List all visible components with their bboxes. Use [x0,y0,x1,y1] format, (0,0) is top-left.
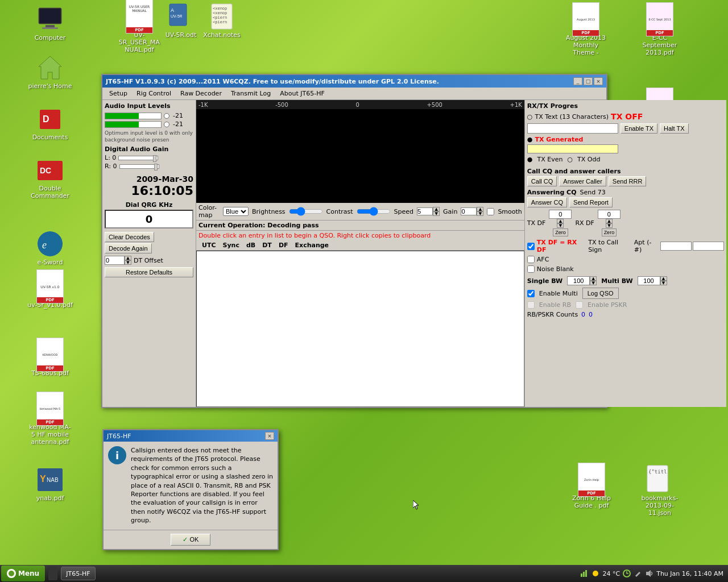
gain-down[interactable]: ▼ [477,211,483,216]
uv5r-manual-icon[interactable]: UV-5R USER MANUAL PDF UV-5R_USER_MANUAL.… [117,3,162,53]
ynab-icon[interactable]: Y NAB ynab.pdf [27,466,73,502]
decode-row: ▲ ▼ DT Offset [105,256,193,265]
taskbar-start-button[interactable]: Menu [1,566,45,581]
tx-df-up[interactable]: ▲ [557,219,564,223]
dialog-ok-button[interactable]: ✓ OK [171,534,211,546]
multi-bw-up[interactable]: ▲ [660,276,667,281]
decode-again-button[interactable]: Decode Again [105,243,152,253]
e-cc-sep-icon[interactable]: E-CC Sept 2013 PDF E-CC September 2013.p… [637,6,682,56]
noise-blank-checkbox[interactable] [527,265,535,273]
taskbar-right: 24 °C Thu Jan 16, 11:40 AM [580,569,728,578]
xchat-notes-icon[interactable]: <xenop <xenop <piern <piern Xchat.notes [199,3,245,39]
pierres-home-icon[interactable]: pierre's Home [27,54,73,90]
freq-pos1k: +1K [510,102,522,108]
call-cq-section-label: Call CQ and answer callers [527,168,724,175]
enable-tx-button[interactable]: Enable TX [621,123,657,134]
rx-df-up[interactable]: ▲ [606,219,613,223]
minimize-button[interactable]: _ [573,77,582,85]
svg-rect-26 [583,572,585,577]
rxtx-progress-label: RX/TX Progres [527,102,724,110]
close-button[interactable]: × [594,77,603,85]
bookmarks-icon[interactable]: {"titl bookmarks-2013-09-11.json [637,466,682,517]
audio-levels-label: Audio Input Levels [105,102,193,110]
tx-generated-input[interactable] [527,144,618,153]
tx-df-zero[interactable]: Zero [553,228,568,236]
decode-list-body[interactable] [196,251,524,407]
kenwood-ts-icon[interactable]: KENWOOD PDF TS-680s.pdf [27,341,73,377]
uv5r-v10-icon[interactable]: UV-5R v1.0 PDF uv-5r_v1.0.pdf [27,273,73,309]
taskbar-jt65-item[interactable]: JT65-HF [61,567,96,580]
jt65-titlebar: JT65-HF V1.0.9.3 (c) 2009...2011 W6CQZ. … [102,75,606,88]
rx-df-down[interactable]: ▼ [606,223,613,228]
multi-bw-input[interactable] [638,276,660,285]
menu-about[interactable]: About JT65-HF [275,89,329,98]
multi-bw-down[interactable]: ▼ [660,281,667,285]
gain-up[interactable]: ▲ [477,207,483,211]
digital-audio-gain-label: Digital Audio Gain [105,146,193,153]
clear-decodes-button[interactable]: Clear Decodes [105,232,154,242]
level-bar-1 [105,113,162,119]
rx-df-input[interactable] [598,210,621,219]
documents-label: Documents [32,134,68,141]
computer-label: Computer [35,34,66,41]
smooth-checkbox[interactable] [487,208,494,215]
tx-call-input-1[interactable] [660,242,692,251]
tx-df-rx-df-checkbox[interactable] [527,243,535,250]
single-bw-input[interactable] [567,276,590,285]
menu-transmit-log[interactable]: Transmit Log [226,89,275,98]
esword-icon[interactable]: e e-Sword [27,230,73,266]
tx-call-input-2[interactable] [693,242,724,251]
menu-rig-control[interactable]: Rig Control [132,89,176,98]
answering-cq-label: Answering CQ [527,189,577,196]
menu-setup[interactable]: Setup [105,89,132,98]
menu-raw-decoder[interactable]: Raw Decoder [176,89,226,98]
answer-cq-button[interactable]: Answer CQ [527,197,567,207]
dialog-title: JT65-HF [107,433,131,440]
waterfall[interactable] [196,109,524,203]
tx-df-down[interactable]: ▼ [557,223,564,228]
enable-rb-checkbox[interactable] [527,301,535,309]
answer-caller-button[interactable]: Answer Caller [559,176,606,186]
maximize-button[interactable]: □ [584,77,593,85]
documents-icon[interactable]: D Documents [27,105,73,141]
tx-df-input[interactable] [549,210,572,219]
dialog-close-button[interactable]: × [265,432,274,440]
computer-icon[interactable]: Computer [27,6,73,41]
rx-df-zero[interactable]: Zero [602,228,617,236]
log-qso-button[interactable]: Log QSO [582,288,619,299]
update-icon [622,569,631,578]
kenwood-ma5-icon[interactable]: kenwood MA-5 PDF kenwood MA-5 HF mobile … [27,395,73,446]
speed-input[interactable] [417,207,433,215]
dt-offset-down[interactable]: ▼ [125,260,131,265]
send-report-button[interactable]: Send Report [569,197,613,207]
restore-defaults-button[interactable]: Restore Defaults [105,267,193,277]
halt-tx-button[interactable]: Halt TX [660,123,688,134]
call-cq-button[interactable]: Call CQ [527,176,557,186]
uv5r-odt-icon[interactable]: A UV-5R UV-5R.odt [158,3,204,39]
speed-down[interactable]: ▼ [433,211,440,216]
double-commander-icon[interactable]: DC Double Commander [27,156,73,199]
august-2013-icon[interactable]: August 2013 PDF August 2013 Monthly Them… [563,6,609,56]
dt-offset-input[interactable] [105,256,125,265]
menu-bar: Setup Rig Control Raw Decoder Transmit L… [102,88,606,100]
svg-text:e: e [42,239,47,251]
send-rrr-button[interactable]: Send RRR [609,176,647,186]
taskbar-jt65-label: JT65-HF [66,570,90,577]
svg-text:<xenop: <xenop [213,11,227,15]
enable-multi-checkbox[interactable] [527,290,535,297]
dial-qrg-value[interactable]: 0 [105,210,193,228]
afc-checkbox[interactable] [527,256,535,263]
single-bw-down[interactable]: ▼ [590,281,597,285]
enable-pskr-checkbox[interactable] [576,301,583,309]
contrast-slider[interactable] [357,207,391,216]
gain-slider-r[interactable] [119,164,159,169]
afc-label: AFC [537,256,549,263]
tx-text-input[interactable] [527,123,618,134]
brightness-slider[interactable] [289,207,323,216]
colormap-select[interactable]: Blue [223,207,249,216]
zorin-help-icon[interactable]: Zorin Help PDF Zorin 6 Help Guide . pdf [569,466,614,509]
gain-input[interactable] [461,207,477,215]
speed-up[interactable]: ▲ [433,207,440,211]
gain-slider-l[interactable] [118,156,158,160]
single-bw-up[interactable]: ▲ [590,276,597,281]
